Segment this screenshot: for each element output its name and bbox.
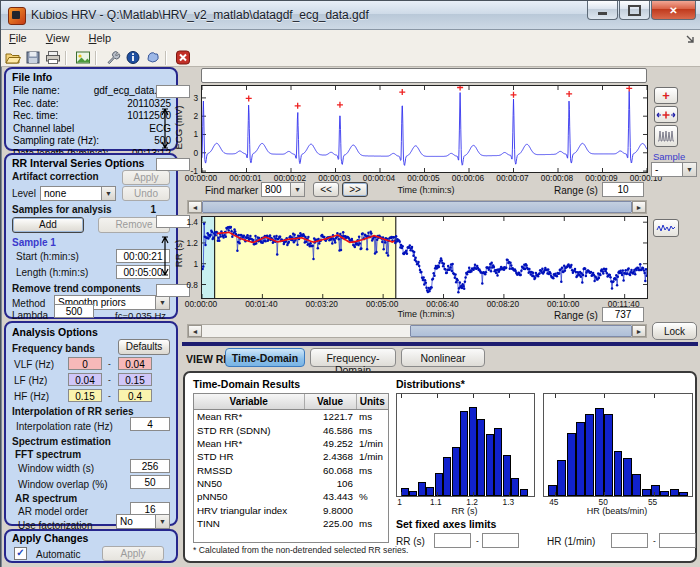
band-high-input[interactable]: 0.15 [118,373,152,386]
dash: - [108,375,111,385]
hist-bar [557,460,566,496]
scroll-left-icon[interactable]: ◄ [188,325,202,337]
automatic-checkbox[interactable]: ✓ [14,547,27,560]
save-icon[interactable] [25,50,41,65]
fixed-rr-min-input[interactable] [434,533,471,548]
preferences-icon[interactable] [105,50,121,65]
time-domain-table-wrap: Variable Value Units Mean RR*1221.7msSTD… [193,393,389,543]
ecg-range-input[interactable] [602,182,644,197]
ecg-scrollbar-thumb[interactable] [202,201,632,213]
ecg-xtick: 00:00:05 [402,173,446,183]
hist-xtick-mark [654,394,655,398]
menu-help[interactable]: Help [81,30,120,47]
band-low-input[interactable]: 0 [68,357,102,370]
hist-xtick-mark [654,492,655,496]
find-marker-select[interactable]: 800▼ [261,182,305,197]
dash: - [476,536,479,546]
ecg-plot[interactable] [201,85,648,173]
open-file-icon[interactable] [5,50,21,65]
lock-button[interactable]: Lock [652,322,697,340]
tab-nonlinear[interactable]: Nonlinear [401,348,485,367]
prev-marker-button[interactable]: << [313,182,339,197]
about-icon[interactable] [125,50,141,65]
rr-xtick: 00:05:00 [360,299,404,309]
hist-xtick-mark [509,394,510,398]
fixed-hr-min-input[interactable] [611,533,648,548]
table-row: Mean RR*1221.7ms [194,410,388,424]
ecg-title-box[interactable] [201,68,647,83]
fixed-hr-max-input[interactable] [659,533,696,548]
band-high-input[interactable]: 0.04 [118,357,152,370]
ecg-yaxis-resize-arrow[interactable] [160,101,170,156]
file-info-rows: File name:gdf_ecg_data.gdfRec. date:2011… [9,85,173,160]
interpolation-rate-input[interactable] [130,417,170,431]
hist-bar [503,455,511,496]
hist-bar [576,422,585,496]
rr-scrollbar[interactable]: ◄ ► [187,324,647,338]
ecg-view-button[interactable] [654,125,678,147]
window-overlap-input[interactable] [130,475,170,489]
rr-plot[interactable] [201,216,648,299]
print-icon[interactable] [45,50,61,65]
use-factorization-select[interactable]: No▼ [116,514,170,529]
add-marker-button[interactable]: + [654,87,678,104]
kubios-hrv-window: Kubios HRV - Q:\Matlab\HRV_v2_matlab\dat… [0,0,700,567]
apply-changes-title: Apply Changes [12,532,88,544]
sample-label: Sample [653,151,685,162]
ecg-ytick: 1 [181,129,198,139]
tab-time-domain[interactable]: Time-Domain [225,348,305,367]
close-file-icon[interactable] [175,50,191,65]
file-info-label: Rec. time: [13,110,58,123]
minimize-button[interactable] [587,1,618,20]
band-low-input[interactable]: 0.04 [68,373,102,386]
lambda-input[interactable] [54,304,94,318]
menu-file[interactable]: File [1,30,35,47]
scroll-left-icon[interactable]: ◄ [188,201,202,213]
window-width-input[interactable] [130,459,170,473]
defaults-button[interactable]: Defaults [118,339,170,355]
fixed-rr-max-input[interactable] [482,533,519,548]
rr-xtick: 00:00:00 [179,299,223,309]
artifact-apply-button[interactable]: Apply [122,170,170,185]
hist-bar [585,414,594,496]
hist-bar [469,407,477,496]
undo-button[interactable]: Undo [122,186,170,201]
add-sample-button[interactable]: Add [12,217,84,233]
hist-bar [443,457,451,497]
rr-range-input[interactable] [602,307,644,322]
file-info-label: Channel label [13,123,74,136]
next-marker-button[interactable]: >> [342,182,368,197]
rr-range-label: Range (s) [554,310,598,321]
scroll-right-icon[interactable]: ► [632,325,646,337]
titlebar[interactable]: Kubios HRV - Q:\Matlab\HRV_v2_matlab\dat… [1,1,700,30]
report-icon[interactable] [75,50,91,65]
app-icon [8,7,26,25]
sample-select[interactable]: -▼ [651,162,697,177]
dock-icon[interactable] [685,34,695,44]
hist-xtick-mark [401,492,402,496]
scroll-right-icon[interactable]: ► [632,201,646,213]
move-markers-button[interactable] [654,106,678,123]
apply-changes-button[interactable]: Apply [102,546,164,561]
ecg-scrollbar[interactable]: ◄ ► [187,200,647,214]
rr-scrollbar-thumb[interactable] [410,325,632,337]
window-mode-icon[interactable] [145,50,161,65]
fixed-hr-label: HR (1/min) [547,536,595,547]
rr-xtick: 00:06:40 [421,299,465,309]
level-label: Level [12,188,36,199]
rr-yaxis-resize-arrow[interactable] [160,230,170,282]
hist-xtick-mark [437,394,438,398]
hr-histogram [543,393,693,497]
level-select[interactable]: none▼ [40,186,116,201]
rr-options-title: RR Interval Series Options [12,157,144,169]
fixed-axes-title: Set fixed axes limits [396,518,496,530]
menu-view[interactable]: View [38,30,78,47]
maximize-button[interactable] [619,1,650,20]
hist-bar [642,489,651,496]
close-button[interactable]: ✕ [651,1,696,20]
band-high-input[interactable]: 0.4 [118,389,152,402]
rr-ytick: 0.8 [179,280,198,290]
tab-frequency-domain[interactable]: Frequency-Domain [310,348,396,367]
band-low-input[interactable]: 0.15 [68,389,102,402]
rr-view-button[interactable] [653,219,679,237]
